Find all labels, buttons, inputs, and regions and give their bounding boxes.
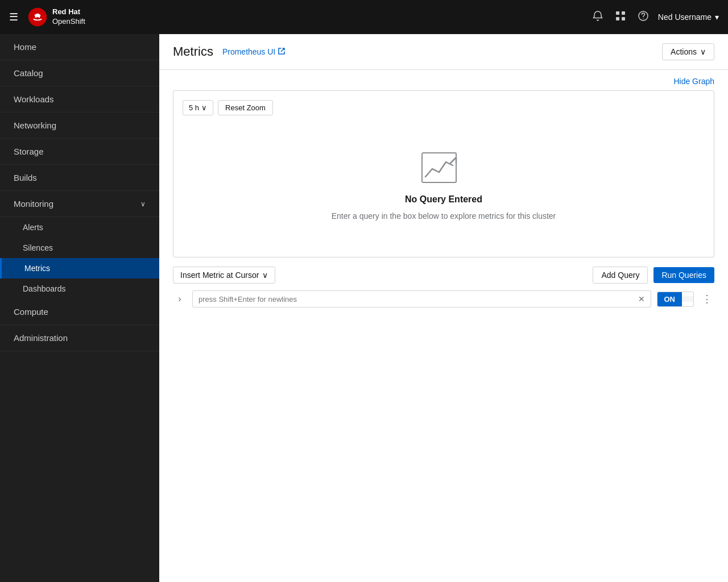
nav-icons <box>592 10 649 24</box>
hamburger-menu[interactable]: ☰ <box>9 11 18 23</box>
redhat-logo <box>27 7 48 27</box>
sidebar-item-networking[interactable]: Networking <box>0 113 159 139</box>
insert-metric-chevron-icon: ∨ <box>262 271 268 280</box>
bell-icon[interactable] <box>592 10 603 24</box>
sidebar-item-metrics[interactable]: Metrics <box>0 258 159 278</box>
sidebar-item-alerts[interactable]: Alerts <box>0 217 159 238</box>
no-query-title: No Query Entered <box>405 194 482 205</box>
svg-point-6 <box>643 18 644 19</box>
page-title: Metrics <box>173 44 213 59</box>
logo-area: Red Hat OpenShift <box>27 7 85 27</box>
svg-rect-4 <box>622 17 625 20</box>
query-toggle-off[interactable] <box>682 296 693 302</box>
top-navigation: ☰ Red Hat OpenShift <box>0 0 728 34</box>
reset-zoom-button[interactable]: Reset Zoom <box>218 100 273 115</box>
main-content: Metrics Prometheus UI Actions ∨ Hide Gra… <box>159 34 728 582</box>
time-chevron-icon: ∨ <box>201 103 207 112</box>
sidebar-item-silences[interactable]: Silences <box>0 238 159 258</box>
svg-rect-2 <box>622 11 625 15</box>
svg-rect-1 <box>616 11 619 15</box>
monitoring-chevron-icon: ∨ <box>140 200 146 208</box>
hide-graph-row: Hide Graph <box>173 70 714 90</box>
actions-button[interactable]: Actions ∨ <box>662 43 714 60</box>
logo-text: Red Hat OpenShift <box>52 7 85 27</box>
chart-icon <box>421 152 466 188</box>
page-header: Metrics Prometheus UI Actions ∨ <box>159 34 728 70</box>
query-toggle-on[interactable]: ON <box>657 292 682 306</box>
content-area: Hide Graph 5 h ∨ Reset Zoom <box>159 70 728 321</box>
time-select[interactable]: 5 h ∨ <box>183 100 213 115</box>
user-menu[interactable]: Ned Username ▾ <box>658 13 719 22</box>
query-toggle[interactable]: ON <box>657 292 694 307</box>
query-clear-icon[interactable]: ✕ <box>638 294 645 304</box>
query-input-wrapper: ✕ <box>192 290 651 307</box>
query-controls: Insert Metric at Cursor ∨ Add Query Run … <box>173 267 714 284</box>
add-query-button[interactable]: Add Query <box>593 267 648 284</box>
run-queries-button[interactable]: Run Queries <box>653 267 714 283</box>
svg-rect-3 <box>616 17 619 20</box>
user-label: Ned Username <box>658 13 712 22</box>
svg-rect-7 <box>422 153 456 182</box>
query-input[interactable] <box>198 295 635 304</box>
insert-metric-button[interactable]: Insert Metric at Cursor ∨ <box>173 267 275 284</box>
sidebar-item-workloads[interactable]: Workloads <box>0 86 159 113</box>
sidebar-item-builds[interactable]: Builds <box>0 165 159 191</box>
sidebar-item-monitoring[interactable]: Monitoring ∨ <box>0 191 159 217</box>
sidebar-item-compute[interactable]: Compute <box>0 299 159 325</box>
query-row: › ✕ ON ⋮ <box>173 290 714 307</box>
sidebar-item-catalog[interactable]: Catalog <box>0 60 159 86</box>
graph-empty-state: No Query Entered Enter a query in the bo… <box>183 124 705 248</box>
help-icon[interactable] <box>638 10 649 24</box>
no-query-description: Enter a query in the box below to explor… <box>332 211 556 221</box>
grid-icon[interactable] <box>615 10 626 24</box>
sidebar-item-home[interactable]: Home <box>0 34 159 60</box>
sidebar-item-dashboards[interactable]: Dashboards <box>0 278 159 299</box>
sidebar: Home Catalog Workloads Networking Storag… <box>0 34 159 582</box>
sidebar-item-administration[interactable]: Administration <box>0 325 159 351</box>
sidebar-item-storage[interactable]: Storage <box>0 139 159 165</box>
graph-panel: 5 h ∨ Reset Zoom No Query Entered Enter … <box>173 90 714 257</box>
query-expand-icon[interactable]: › <box>173 294 187 304</box>
actions-chevron-icon: ∨ <box>700 47 706 56</box>
graph-toolbar: 5 h ∨ Reset Zoom <box>183 100 705 115</box>
prometheus-ui-link[interactable]: Prometheus UI <box>222 47 286 56</box>
query-more-icon[interactable]: ⋮ <box>700 290 714 307</box>
hide-graph-link[interactable]: Hide Graph <box>673 77 714 86</box>
user-chevron-icon: ▾ <box>715 13 719 22</box>
external-link-icon <box>278 47 286 56</box>
